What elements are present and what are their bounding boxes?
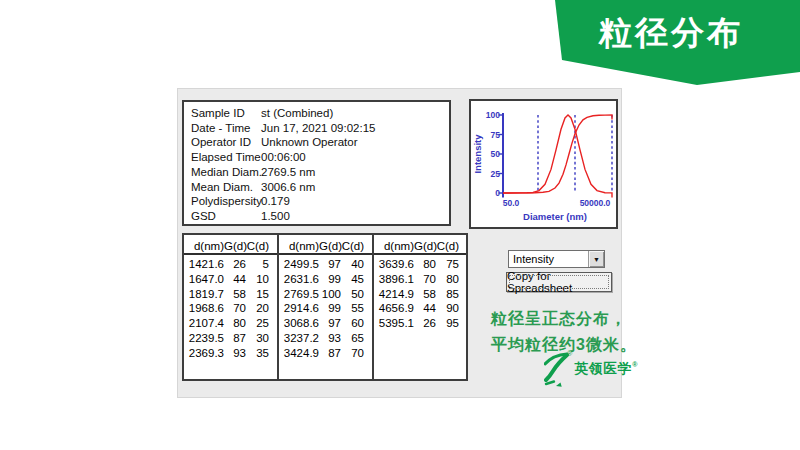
- page-title: 粒径分布: [548, 11, 794, 56]
- title-banner: 粒径分布: [548, 0, 800, 88]
- table-cell: 99: [319, 301, 341, 316]
- info-label: Operator ID: [191, 135, 261, 150]
- x-tick-label-left: 50.0: [503, 198, 520, 208]
- info-value: 00:06:00: [261, 150, 449, 165]
- table-cell: 5395.1: [374, 316, 414, 331]
- table-row: 1819.75815: [184, 287, 277, 302]
- table-row: 2107.48025: [184, 316, 277, 331]
- table-cell: 58: [224, 287, 246, 302]
- table-cell: 2631.6: [279, 272, 319, 287]
- table-cell: 40: [341, 257, 364, 272]
- table-cell: 26: [224, 257, 246, 272]
- chevron-down-icon[interactable]: ▼: [588, 251, 604, 267]
- table-row: 1421.6265: [184, 257, 277, 272]
- table-header-cell: G(d): [319, 239, 341, 253]
- table-cell: 85: [436, 287, 459, 302]
- table-cell: 90: [436, 301, 459, 316]
- info-label: Median Diam.: [191, 165, 261, 180]
- cumulative-curve: [503, 115, 612, 193]
- y-tick-label: 50: [491, 149, 501, 159]
- table-row: 2914.69955: [279, 301, 372, 316]
- table-header-cell: d(nm): [374, 239, 414, 253]
- table-cell: 1421.6: [184, 257, 224, 272]
- distribution-type-value: Intensity: [509, 251, 588, 267]
- y-tick-label: 25: [491, 169, 501, 179]
- table-cell: 44: [224, 272, 246, 287]
- table-cell: 3424.9: [279, 346, 319, 361]
- table-row: 3237.29365: [279, 331, 372, 346]
- info-row: Operator IDUnknown Operator: [191, 135, 449, 150]
- table-cell: 45: [341, 272, 364, 287]
- info-row: Mean Diam.3006.6 nm: [191, 180, 449, 195]
- table-cell: 26: [414, 316, 436, 331]
- info-value: Jun 17, 2021 09:02:15: [261, 121, 449, 136]
- distribution-chart: 100 75 50 25 0 Intensity 50.0 50000.0 Di…: [469, 99, 618, 229]
- table-cell: 70: [414, 272, 436, 287]
- table-cell: 55: [341, 301, 364, 316]
- table-row: 1968.67020: [184, 301, 277, 316]
- table-cell: 87: [319, 346, 341, 361]
- table-cell: 60: [341, 316, 364, 331]
- table-cell: 2499.5: [279, 257, 319, 272]
- info-label: Polydispersity: [191, 194, 261, 209]
- y-tick-label: 75: [491, 130, 501, 140]
- table-cell: 2107.4: [184, 316, 224, 331]
- distribution-type-select[interactable]: Intensity ▼: [508, 250, 605, 268]
- table-cell: 3237.2: [279, 331, 319, 346]
- table-cell: 80: [224, 316, 246, 331]
- table-cell: 1819.7: [184, 287, 224, 302]
- report-panel: Sample IDst (Combined)Date - TimeJun 17,…: [177, 88, 622, 398]
- info-value: st (Combined): [261, 106, 449, 121]
- table-group: d(nm)G(d)C(d)3639.680753896.170804214.95…: [374, 235, 466, 379]
- table-cell: 5: [246, 257, 269, 272]
- copy-for-spreadsheet-button[interactable]: Copy for Spreadsheet: [506, 272, 612, 292]
- table-row: 4214.95885: [374, 287, 466, 302]
- table-row: 2499.59740: [279, 257, 372, 272]
- table-header-row: d(nm)G(d)C(d): [279, 239, 372, 255]
- table-header-cell: C(d): [436, 239, 459, 253]
- table-cell: 99: [319, 272, 341, 287]
- table-cell: 80: [436, 272, 459, 287]
- table-cell: 2369.3: [184, 346, 224, 361]
- chart-svg: 100 75 50 25 0 Intensity 50.0 50000.0 Di…: [471, 101, 616, 227]
- table-cell: 4656.9: [374, 301, 414, 316]
- table-cell: 30: [246, 331, 269, 346]
- sample-info-rows: Sample IDst (Combined)Date - TimeJun 17,…: [191, 106, 449, 224]
- brand-logo: ® 英领医学®: [544, 351, 638, 387]
- info-value: 1.500: [261, 209, 449, 224]
- table-row: 3896.17080: [374, 272, 466, 287]
- table-cell: 97: [319, 316, 341, 331]
- x-axis-title: Diameter (nm): [523, 211, 587, 222]
- table-row: 2369.39335: [184, 346, 277, 361]
- table-cell: 1968.6: [184, 301, 224, 316]
- table-cell: 80: [414, 257, 436, 272]
- table-cell: 65: [341, 331, 364, 346]
- table-cell: 2914.6: [279, 301, 319, 316]
- table-header-cell: C(d): [341, 239, 364, 253]
- table-cell: 93: [224, 346, 246, 361]
- info-label: Sample ID: [191, 106, 261, 121]
- table-cell: 97: [319, 257, 341, 272]
- info-value: Unknown Operator: [261, 135, 449, 150]
- table-header-cell: d(nm): [279, 239, 319, 253]
- table-cell: 95: [436, 316, 459, 331]
- table-header-cell: G(d): [224, 239, 246, 253]
- table-header-row: d(nm)G(d)C(d): [374, 239, 466, 255]
- table-cell: 20: [246, 301, 269, 316]
- table-cell: 58: [414, 287, 436, 302]
- table-cell: 70: [224, 301, 246, 316]
- table-row: 3424.98770: [279, 346, 372, 361]
- table-cell: 2769.5: [279, 287, 319, 302]
- table-cell: 1647.0: [184, 272, 224, 287]
- table-header-cell: d(nm): [184, 239, 224, 253]
- distribution-table: d(nm)G(d)C(d)1421.62651647.044101819.758…: [182, 233, 468, 381]
- table-row: 2239.58730: [184, 331, 277, 346]
- info-row: Sample IDst (Combined): [191, 106, 449, 121]
- table-cell: 3068.6: [279, 316, 319, 331]
- table-row: 4656.94490: [374, 301, 466, 316]
- table-cell: 50: [341, 287, 364, 302]
- table-header-row: d(nm)G(d)C(d): [184, 239, 277, 255]
- table-group: d(nm)G(d)C(d)2499.597402631.699452769.51…: [279, 235, 374, 379]
- table-cell: 75: [436, 257, 459, 272]
- info-label: Date - Time: [191, 121, 261, 136]
